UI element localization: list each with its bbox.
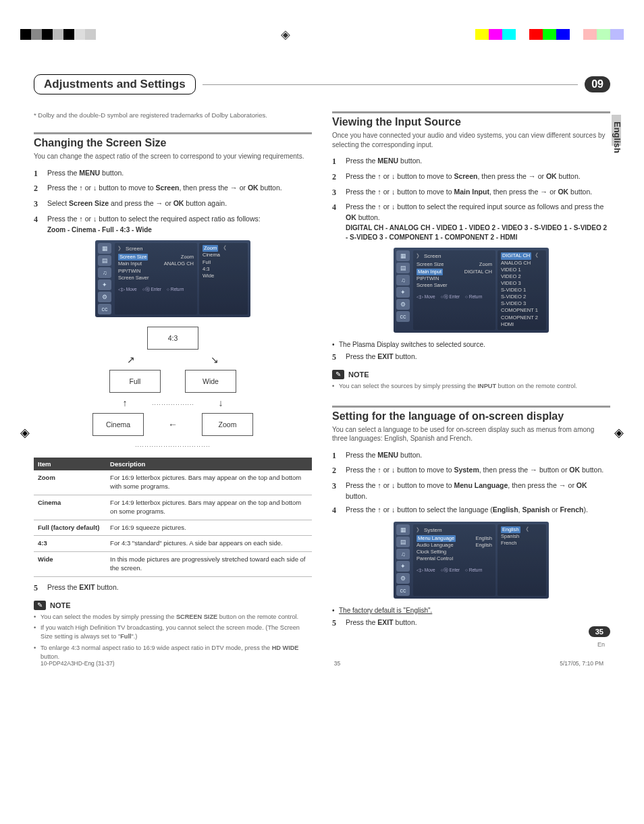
table-row: ZoomFor 16:9 letterbox pictures. Bars ma…: [34, 470, 312, 495]
note-list: You can select the modes by simply press…: [34, 613, 312, 661]
step-3: 3Press the ↑ or ↓ button to move to Menu…: [332, 480, 610, 501]
osd-nav-icon: ♫: [396, 275, 410, 285]
right-column: Viewing the Input Source Once you have c…: [332, 111, 610, 664]
step-4: 4Press the ↑ or ↓ button to select the l…: [332, 505, 610, 516]
side-language-tab: English: [612, 121, 622, 153]
osd-nav-icon: ♫: [98, 267, 111, 278]
osd-nav-icon: ▦: [98, 243, 111, 254]
factory-default-note: The factory default is "English".: [332, 607, 610, 614]
register-center-icon: ◈: [281, 27, 290, 42]
table-row: CinemaFor 14:9 letterbox pictures. Bars …: [34, 495, 312, 520]
right-arrow-icon: →: [530, 466, 537, 474]
step-5: 5Press the EXIT button.: [332, 352, 610, 363]
step-1: 1Press the MENU button.: [332, 156, 610, 167]
step-4: 4Press the ↑ or ↓ button to select the r…: [34, 214, 312, 235]
osd-screen-menu: ▦▤♫✦⚙cc 》Screen Screen SizeZoom Main Inp…: [95, 240, 250, 317]
osd-nav-icon: cc: [98, 304, 111, 314]
arrow-icon: ↑: [123, 398, 128, 408]
osd-nav-icon: ✦: [396, 287, 410, 298]
note-icon: ✎: [34, 601, 46, 610]
footer-metadata: 10-PDP42A3HD-Eng (31-37) 35 5/17/05, 7:1…: [41, 660, 603, 667]
arrow-icon: ↓: [219, 398, 223, 408]
page-title: Adjustments and Settings: [34, 74, 196, 94]
right-arrow-icon: →: [529, 172, 536, 180]
section-title-input: Viewing the Input Source: [332, 116, 610, 128]
section-rule: [332, 406, 610, 408]
osd-nav-icon: cc: [396, 585, 410, 596]
page-number-badge: 35: [589, 626, 610, 637]
step-2: 2Press the ↑ or ↓ button to move to Syst…: [332, 465, 610, 476]
osd-nav-icon: ⚙: [98, 292, 111, 302]
step-5: 5Press the EXIT button.: [34, 582, 312, 594]
chapter-badge: 09: [585, 76, 610, 92]
table-row: Full (factory default)For 16:9 squeeze p…: [34, 520, 312, 536]
section-rule: [332, 111, 610, 113]
osd-nav-icon: ✦: [396, 561, 410, 572]
dolby-footnote: * Dolby and the double-D symbol are regi…: [34, 111, 312, 119]
right-arrow-icon: →: [230, 184, 238, 192]
registration-marks: ◈: [0, 27, 644, 42]
osd-input-menu: ▦▤♫✦⚙cc 》Screen Screen SizeZoom Main Inp…: [394, 248, 549, 332]
color-bars: [475, 29, 624, 40]
table-row: WideIn this mode pictures are progressiv…: [34, 552, 312, 577]
header-rule: [203, 84, 579, 85]
section-title-language: Setting for the language of on-screen di…: [332, 410, 610, 422]
step-1: 1Press the MENU button.: [332, 450, 610, 462]
step-5: 5Press the EXIT button.: [332, 617, 610, 629]
section-title-screensize: Changing the Screen Size: [34, 137, 312, 149]
arrow-icon: ↗: [127, 355, 135, 364]
screen-size-table: ItemDescription ZoomFor 16:9 letterbox p…: [34, 458, 312, 577]
osd-nav-icon: ✦: [98, 279, 111, 290]
step-4: 4Press the ↑ or ↓ button to select the r…: [332, 202, 610, 242]
aspect-diagram: 4:3 ↗↘ FullWide ↑‥‥‥‥‥‥‥‥‥↓ Cinema←Zoom …: [34, 327, 312, 448]
osd-system-menu: ▦▤♫✦⚙cc 》System Menu LanguageEnglish Aud…: [394, 522, 549, 599]
note-list: You can select the sources by simply pre…: [332, 382, 610, 391]
reg-squares-left: [20, 29, 96, 40]
step-2: 2Press the ↑ or ↓ button to move to Scre…: [34, 183, 312, 194]
page-lang: En: [597, 641, 605, 648]
step-3: 3Select Screen Size and press the → or O…: [34, 198, 312, 210]
step-3: 3Press the ↑ or ↓ button to move to Main…: [332, 187, 610, 198]
note-icon: ✎: [332, 370, 344, 379]
section-intro: You can change the aspect ratio of the s…: [34, 152, 312, 161]
right-arrow-icon: →: [540, 188, 547, 196]
step-2: 2Press the ↑ or ↓ button to move to Scre…: [332, 171, 610, 183]
crop-mark-right: ◈: [614, 425, 624, 440]
step-1: 1Press the MENU button.: [34, 168, 312, 180]
result-bullet: The Plasma Display switches to selected …: [332, 341, 610, 348]
osd-nav-icon: ⚙: [396, 299, 410, 310]
section-intro: You can select a language to be used for…: [332, 425, 610, 443]
arrow-icon: ←: [168, 420, 178, 429]
osd-nav-icon: ▦: [396, 524, 410, 535]
left-column: * Dolby and the double-D symbol are regi…: [34, 111, 312, 664]
right-arrow-icon: →: [559, 481, 566, 489]
osd-nav-icon: ♫: [396, 549, 410, 559]
osd-nav-icon: ▤: [396, 263, 410, 273]
osd-nav-icon: cc: [396, 311, 410, 322]
arrow-icon: ↘: [211, 355, 219, 364]
right-arrow-icon: →: [156, 199, 163, 207]
osd-nav-icon: ▤: [98, 255, 111, 266]
osd-nav-icon: ▦: [396, 250, 410, 261]
section-intro: Once you have connected your audio and v…: [332, 131, 610, 149]
crop-mark-left: ◈: [20, 425, 30, 440]
table-row: 4:3For 4:3 "standard" pictures. A side b…: [34, 536, 312, 552]
osd-nav-icon: ⚙: [396, 573, 410, 584]
section-rule: [34, 132, 312, 134]
osd-nav-icon: ▤: [396, 537, 410, 547]
